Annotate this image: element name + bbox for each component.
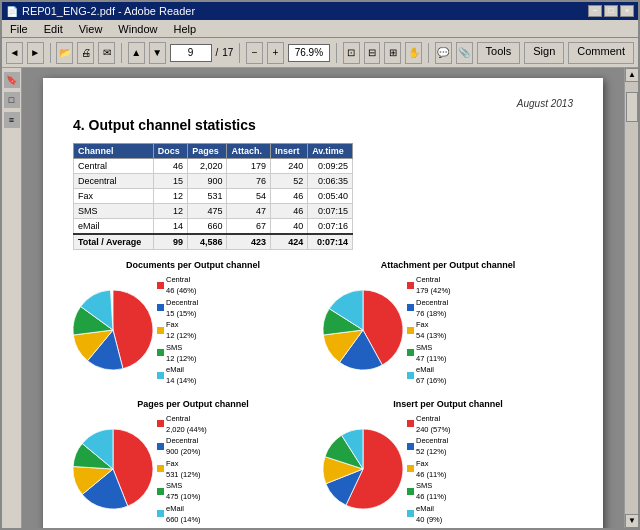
table-cell: Central	[74, 159, 154, 174]
legend-item: Fax531 (12%)	[157, 458, 207, 481]
table-cell: SMS	[74, 204, 154, 219]
table-cell: 0:07:14	[308, 234, 353, 250]
table-cell: 4,586	[188, 234, 227, 250]
tools-button[interactable]: Tools	[477, 42, 521, 64]
comment-button[interactable]: Comment	[568, 42, 634, 64]
docs-chart-block: Documents per Output channel Central46 (…	[73, 260, 313, 387]
table-cell: Total / Average	[74, 234, 154, 250]
pages-chart-container: Central2,020 (44%)Decentral900 (20%)Fax5…	[73, 413, 313, 526]
legend-item: SMS46 (11%)	[407, 480, 451, 503]
docs-chart-title: Documents per Output channel	[73, 260, 313, 270]
table-cell: 52	[271, 174, 308, 189]
charts-left: Documents per Output channel Central46 (…	[73, 260, 313, 528]
email-button[interactable]: ✉	[98, 42, 115, 64]
col-channel: Channel	[74, 144, 154, 159]
sep1	[50, 43, 51, 63]
menu-view[interactable]: View	[75, 22, 107, 36]
app-window: 📄 REP01_ENG-2.pdf - Adobe Reader − □ × F…	[0, 0, 640, 530]
sidebar-layers-icon[interactable]: ≡	[4, 112, 20, 128]
select-button[interactable]: ⊞	[384, 42, 401, 64]
table-cell: 40	[271, 219, 308, 235]
fit-width-button[interactable]: ⊟	[364, 42, 381, 64]
sep2	[121, 43, 122, 63]
sidebar: 🔖 □ ≡	[2, 68, 22, 528]
print-button[interactable]: 🖨	[77, 42, 94, 64]
next-page-button[interactable]: ▼	[149, 42, 166, 64]
zoom-in-button[interactable]: +	[267, 42, 284, 64]
attach-legend: Central179 (42%)Decentral76 (18%)Fax54 (…	[407, 274, 451, 387]
prev-page-button[interactable]: ▲	[128, 42, 145, 64]
charts-right: Attachment per Output channel Central179…	[323, 260, 573, 528]
fit-page-button[interactable]: ⊡	[343, 42, 360, 64]
menu-window[interactable]: Window	[114, 22, 161, 36]
legend-item: Decentral52 (12%)	[407, 435, 451, 458]
table-cell: 2,020	[188, 159, 227, 174]
zoom-out-button[interactable]: −	[246, 42, 263, 64]
legend-item: Fax46 (11%)	[407, 458, 451, 481]
hand-button[interactable]: ✋	[405, 42, 422, 64]
menu-help[interactable]: Help	[169, 22, 200, 36]
table-cell: 46	[271, 189, 308, 204]
pages-chart-block: Pages per Output channel Central2,020 (4…	[73, 399, 313, 526]
legend-item: eMail67 (16%)	[407, 364, 451, 387]
charts-area: Documents per Output channel Central46 (…	[73, 260, 573, 528]
table-cell: 0:09:25	[308, 159, 353, 174]
table-cell: 423	[227, 234, 271, 250]
menubar: File Edit View Window Help	[2, 20, 638, 38]
comment-tool-button[interactable]: 💬	[435, 42, 452, 64]
back-button[interactable]: ◄	[6, 42, 23, 64]
scroll-down-button[interactable]: ▼	[625, 514, 638, 528]
minimize-button[interactable]: −	[588, 5, 602, 17]
legend-item: Fax54 (13%)	[407, 319, 451, 342]
scroll-thumb[interactable]	[626, 92, 638, 122]
table-cell: 531	[188, 189, 227, 204]
insert-legend: Central240 (57%)Decentral52 (12%)Fax46 (…	[407, 413, 451, 526]
stats-table: Channel Docs Pages Attach. Insert Av.tim…	[73, 143, 353, 250]
col-avtime: Av.time	[308, 144, 353, 159]
table-cell: 475	[188, 204, 227, 219]
attach-tool-button[interactable]: 📎	[456, 42, 473, 64]
scroll-track[interactable]	[625, 82, 638, 514]
legend-item: SMS475 (10%)	[157, 480, 207, 503]
titlebar-controls: − □ ×	[588, 5, 634, 17]
table-cell: 0:06:35	[308, 174, 353, 189]
col-docs: Docs	[153, 144, 187, 159]
window-title: REP01_ENG-2.pdf - Adobe Reader	[22, 5, 195, 17]
legend-item: Fax12 (12%)	[157, 319, 198, 342]
page-total: 17	[222, 47, 233, 58]
table-cell: 67	[227, 219, 271, 235]
legend-item: Central179 (42%)	[407, 274, 451, 297]
maximize-button[interactable]: □	[604, 5, 618, 17]
legend-item: eMail14 (14%)	[157, 364, 198, 387]
pdf-page: August 2013 4. Output channel statistics…	[43, 78, 603, 528]
pages-pie-svg	[73, 429, 153, 509]
titlebar: 📄 REP01_ENG-2.pdf - Adobe Reader − □ ×	[2, 2, 638, 20]
close-button[interactable]: ×	[620, 5, 634, 17]
legend-item: Central46 (46%)	[157, 274, 198, 297]
sign-button[interactable]: Sign	[524, 42, 564, 64]
menu-file[interactable]: File	[6, 22, 32, 36]
legend-item: eMail40 (9%)	[407, 503, 451, 526]
sep4	[336, 43, 337, 63]
open-button[interactable]: 📂	[56, 42, 73, 64]
table-cell: 47	[227, 204, 271, 219]
zoom-input[interactable]	[288, 44, 330, 62]
table-cell: 46	[271, 204, 308, 219]
attach-chart-container: Central179 (42%)Decentral76 (18%)Fax54 (…	[323, 274, 573, 387]
table-cell: 0:07:16	[308, 219, 353, 235]
forward-button[interactable]: ►	[27, 42, 44, 64]
menu-edit[interactable]: Edit	[40, 22, 67, 36]
table-cell: 15	[153, 174, 187, 189]
page-input[interactable]	[170, 44, 212, 62]
page-separator: /	[216, 47, 219, 58]
scroll-up-button[interactable]: ▲	[625, 68, 638, 82]
sep5	[428, 43, 429, 63]
legend-item: Decentral900 (20%)	[157, 435, 207, 458]
main-area: 🔖 □ ≡ August 2013 4. Output channel stat…	[2, 68, 638, 528]
insert-pie-svg	[323, 429, 403, 509]
scrollbar-vertical[interactable]: ▲ ▼	[624, 68, 638, 528]
sidebar-bookmark-icon[interactable]: 🔖	[4, 72, 20, 88]
sidebar-page-icon[interactable]: □	[4, 92, 20, 108]
table-cell: 76	[227, 174, 271, 189]
table-cell: 54	[227, 189, 271, 204]
